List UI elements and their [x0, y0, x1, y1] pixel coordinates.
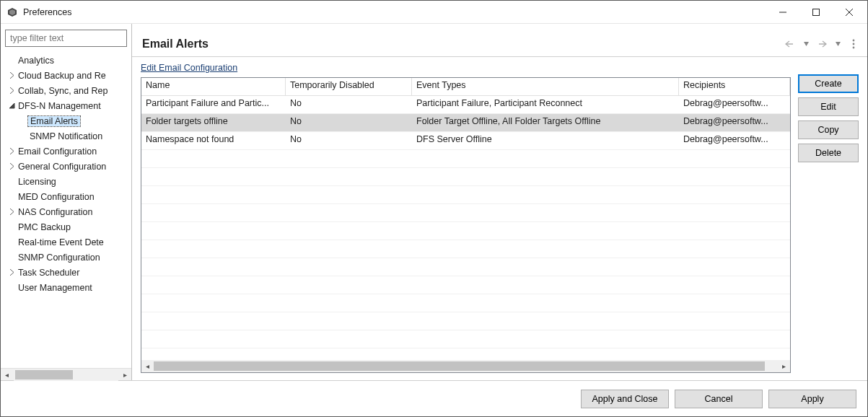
tree-item[interactable]: Email Alerts: [1, 113, 131, 128]
cell-name: Participant Failure and Partic...: [141, 96, 286, 114]
tree-item[interactable]: Email Configuration: [1, 144, 131, 159]
main-header: Email Alerts: [132, 24, 867, 57]
table-row-empty: [141, 330, 790, 348]
edit-email-config-link[interactable]: Edit Email Configuration: [141, 63, 237, 73]
scroll-left-icon[interactable]: ◂: [141, 360, 154, 372]
create-button[interactable]: Create: [798, 74, 859, 93]
svg-marker-8: [836, 42, 841, 46]
table-row[interactable]: Folder targets offlineNoFolder Target Of…: [141, 114, 790, 132]
cell-disabled: No: [286, 96, 412, 114]
table-row-empty: [141, 312, 790, 330]
table-row-empty: [141, 150, 790, 168]
table-header: Name Temporarily Disabled Event Types Re…: [141, 78, 790, 96]
table-row-empty: [141, 258, 790, 276]
scroll-right-icon[interactable]: ▸: [778, 360, 790, 372]
chevron-right-icon[interactable]: [6, 162, 17, 172]
app-icon: [6, 6, 18, 18]
chevron-right-icon[interactable]: [6, 146, 17, 157]
tree-item[interactable]: User Management: [1, 280, 131, 295]
tree-item-label: Cloud Backup and Re: [17, 71, 106, 81]
col-recipients[interactable]: Recipients: [679, 78, 790, 96]
tree-item-label: User Management: [17, 283, 92, 293]
tree-item[interactable]: Licensing: [1, 174, 131, 189]
dropdown-forward-icon[interactable]: [831, 38, 844, 51]
copy-button[interactable]: Copy: [798, 120, 859, 139]
cell-name: Folder targets offline: [141, 114, 286, 132]
chevron-right-icon: [6, 237, 17, 247]
dropdown-back-icon[interactable]: [799, 38, 812, 51]
table-row[interactable]: Participant Failure and Partic...NoParti…: [141, 96, 790, 114]
tree-item-label: Licensing: [17, 177, 56, 187]
col-name[interactable]: Name: [141, 78, 286, 96]
scroll-right-icon[interactable]: ▸: [119, 369, 131, 381]
table-row-empty: [141, 168, 790, 186]
titlebar: Preferences: [1, 1, 867, 24]
tree-item[interactable]: Cloud Backup and Re: [1, 68, 131, 83]
back-icon[interactable]: [784, 38, 797, 51]
scroll-track[interactable]: [154, 360, 778, 372]
tree-item-label: Collab, Sync, and Rep: [17, 86, 108, 96]
tree-item[interactable]: SNMP Notification: [1, 128, 131, 144]
cell-name: Namespace not found: [141, 132, 286, 150]
tree-item-label: General Configuration: [17, 162, 106, 172]
svg-marker-7: [804, 42, 809, 46]
cell-event_types: Participant Failure, Participant Reconne…: [412, 96, 679, 114]
tree-item[interactable]: Real-time Event Dete: [1, 234, 131, 250]
table-row-empty: [141, 186, 790, 204]
scroll-track[interactable]: [14, 369, 118, 381]
menu-icon[interactable]: [847, 38, 860, 51]
chevron-right-icon[interactable]: [6, 71, 17, 81]
tree-item-label: Analytics: [17, 56, 54, 66]
maximize-button[interactable]: [799, 1, 833, 23]
scroll-left-icon[interactable]: ◂: [1, 369, 13, 381]
nav-tree: AnalyticsCloud Backup and ReCollab, Sync…: [1, 51, 131, 368]
preferences-window: Preferences AnalyticsCloud Backup and Re…: [0, 0, 868, 417]
alerts-table: Name Temporarily Disabled Event Types Re…: [141, 77, 791, 373]
chevron-right-icon[interactable]: [6, 268, 17, 278]
tree-item-label: NAS Configuration: [17, 207, 93, 217]
tree-item[interactable]: Analytics: [1, 53, 131, 68]
tree-item-label: Real-time Event Dete: [17, 237, 104, 247]
col-event-types[interactable]: Event Types: [412, 78, 679, 96]
apply-button[interactable]: Apply: [768, 390, 856, 408]
chevron-right-icon: [6, 177, 17, 187]
table-scrollbar[interactable]: ◂ ▸: [141, 360, 790, 372]
table-row-empty: [141, 204, 790, 222]
main-panel: Email Alerts Edit Email Configuration Na…: [132, 24, 867, 380]
scroll-thumb[interactable]: [154, 361, 765, 371]
filter-input[interactable]: [5, 30, 127, 47]
action-buttons: Create Edit Copy Delete: [798, 63, 859, 373]
tree-item[interactable]: Task Scheduler: [1, 265, 131, 280]
page-title: Email Alerts: [142, 38, 784, 51]
cancel-button[interactable]: Cancel: [675, 390, 763, 408]
tree-item[interactable]: PMC Backup: [1, 219, 131, 234]
table-row[interactable]: Namespace not foundNoDFS Server OfflineD…: [141, 132, 790, 150]
apply-close-button[interactable]: Apply and Close: [581, 390, 669, 408]
chevron-right-icon[interactable]: [6, 207, 17, 217]
svg-point-9: [853, 39, 855, 41]
tree-item[interactable]: Collab, Sync, and Rep: [1, 83, 131, 98]
tree-item[interactable]: DFS-N Management: [1, 98, 131, 113]
tree-item[interactable]: MED Configuration: [1, 189, 131, 204]
tree-item[interactable]: General Configuration: [1, 159, 131, 174]
edit-button[interactable]: Edit: [798, 97, 859, 116]
table-row-empty: [141, 240, 790, 258]
sidebar-scrollbar[interactable]: ◂ ▸: [1, 368, 131, 380]
chevron-right-icon: [6, 192, 17, 202]
chevron-down-icon[interactable]: [6, 101, 17, 111]
close-button[interactable]: [833, 1, 866, 23]
tree-item-label: SNMP Notification: [28, 131, 102, 141]
col-disabled[interactable]: Temporarily Disabled: [286, 78, 412, 96]
forward-icon[interactable]: [815, 38, 828, 51]
delete-button[interactable]: Delete: [798, 144, 859, 162]
cell-recipients: Debrag@peersoftw...: [679, 114, 790, 132]
chevron-right-icon: [6, 222, 17, 232]
tree-item[interactable]: SNMP Configuration: [1, 250, 131, 265]
scroll-thumb[interactable]: [15, 370, 73, 379]
tree-item[interactable]: NAS Configuration: [1, 204, 131, 219]
cell-recipients: Debrag@peersoftw...: [679, 132, 790, 150]
tree-item-label: DFS-N Management: [17, 101, 101, 111]
minimize-button[interactable]: [766, 1, 799, 23]
chevron-right-icon[interactable]: [6, 86, 17, 96]
cell-disabled: No: [286, 114, 412, 132]
